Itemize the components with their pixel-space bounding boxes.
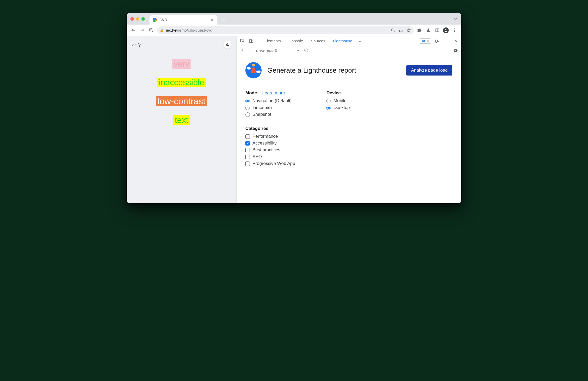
close-tab-icon[interactable]: ✕ xyxy=(210,18,214,22)
radio-icon xyxy=(326,99,331,103)
learn-more-link[interactable]: Learn more xyxy=(262,90,285,96)
lighthouse-panel: Generate a Lighthouse report Analyze pag… xyxy=(237,55,461,175)
radio-icon xyxy=(326,106,331,110)
profile-avatar[interactable] xyxy=(443,27,449,33)
svg-point-9 xyxy=(445,29,447,30)
demo-word: text xyxy=(173,115,190,125)
mode-column: Mode Learn more Navigation (Default) Tim… xyxy=(245,90,295,168)
lighthouse-subbar: ＋ (new report) ▾ xyxy=(237,46,461,55)
inspect-icon[interactable] xyxy=(239,37,246,45)
category-option[interactable]: Performance xyxy=(245,134,295,139)
site-name: jec.fyi xyxy=(131,43,141,47)
reload-icon[interactable] xyxy=(148,27,154,33)
lock-icon: 🔒 xyxy=(160,28,164,32)
category-option[interactable]: SEO xyxy=(245,154,295,159)
browser-menu-icon[interactable]: ⋮ xyxy=(451,28,458,33)
extensions-icon[interactable] xyxy=(416,28,423,33)
device-option[interactable]: Desktop xyxy=(326,105,350,110)
radio-icon xyxy=(245,112,250,117)
demo-word: inaccessible xyxy=(157,78,206,87)
svg-line-3 xyxy=(394,31,395,32)
devtools-menu-icon[interactable]: ⋮ xyxy=(442,37,450,45)
url-text: jec.fyi/demo/cds-quest-cvd xyxy=(166,28,212,32)
forward-icon[interactable] xyxy=(139,27,146,33)
star-icon[interactable] xyxy=(407,28,411,32)
category-option-label: Best practices xyxy=(252,147,280,153)
new-tab-button[interactable]: ＋ xyxy=(220,15,228,23)
mode-option[interactable]: Navigation (Default) xyxy=(245,98,295,103)
zoom-icon[interactable] xyxy=(391,28,395,32)
browser-tab[interactable]: CVD ✕ xyxy=(149,15,217,25)
lighthouse-settings-icon[interactable] xyxy=(452,47,459,54)
close-window-icon[interactable] xyxy=(130,17,134,21)
category-option-label: Accessibility xyxy=(252,141,277,146)
browser-window: CVD ✕ ＋ 🔒 jec.fyi/demo/cds-quest-cvd xyxy=(127,13,461,203)
category-option-label: SEO xyxy=(252,154,262,159)
url-path: /demo/cds-quest-cvd xyxy=(176,28,212,32)
device-column: Device Mobile Desktop xyxy=(326,90,350,168)
radio-icon xyxy=(245,99,250,103)
issues-button[interactable]: 4 xyxy=(420,38,431,44)
mode-option[interactable]: Timespan xyxy=(245,105,295,110)
clear-icon[interactable] xyxy=(304,48,308,53)
more-tabs-icon[interactable]: » xyxy=(357,39,362,43)
browser-toolbar: 🔒 jec.fyi/demo/cds-quest-cvd ⋮ xyxy=(127,25,461,36)
mode-option-label: Navigation (Default) xyxy=(252,98,292,103)
url-host: jec.fyi xyxy=(166,28,176,32)
close-devtools-icon[interactable]: ✕ xyxy=(452,37,459,45)
separator xyxy=(258,38,258,44)
demo-word: low-contrast xyxy=(156,96,207,106)
device-option-label: Mobile xyxy=(333,98,347,103)
issues-count: 4 xyxy=(427,39,429,43)
lighthouse-logo-icon xyxy=(245,62,262,78)
tab-title: CVD xyxy=(159,18,208,22)
minimize-window-icon[interactable] xyxy=(136,17,139,21)
lighthouse-title: Generate a Lighthouse report xyxy=(267,66,356,74)
checkbox-icon xyxy=(245,148,250,152)
svg-rect-7 xyxy=(436,29,439,32)
add-report-icon[interactable]: ＋ xyxy=(239,47,246,54)
report-dropdown-label: (new report) xyxy=(256,48,277,53)
settings-icon[interactable] xyxy=(433,37,440,45)
back-icon[interactable] xyxy=(130,27,137,33)
report-dropdown[interactable]: (new report) ▾ xyxy=(253,48,302,53)
window-controls xyxy=(130,17,145,21)
mode-option-label: Snapshot xyxy=(252,112,271,117)
tab-lighthouse[interactable]: Lighthouse xyxy=(330,36,355,46)
devtools-tabbar: Elements Console Sources Lighthouse » 4 … xyxy=(237,36,461,46)
chat-icon xyxy=(422,39,425,43)
mode-option[interactable]: Snapshot xyxy=(245,112,295,117)
lighthouse-options: Mode Learn more Navigation (Default) Tim… xyxy=(245,90,452,168)
demo-words: very inaccessible low-contrast text xyxy=(131,59,232,125)
categories-section: Categories Performance ✓Accessibility Be… xyxy=(245,126,295,166)
category-option[interactable]: ✓Accessibility xyxy=(245,141,295,146)
svg-rect-14 xyxy=(423,41,424,41)
categories-label: Categories xyxy=(245,126,268,131)
mode-option-label: Timespan xyxy=(252,105,272,110)
analyze-button[interactable]: Analyze page load xyxy=(406,65,452,76)
device-toolbar-icon[interactable] xyxy=(247,37,255,45)
favicon-icon xyxy=(153,18,157,22)
category-option-label: Performance xyxy=(252,134,278,139)
tab-elements[interactable]: Elements xyxy=(261,36,284,46)
address-bar[interactable]: 🔒 jec.fyi/demo/cds-quest-cvd xyxy=(157,26,414,34)
maximize-window-icon[interactable] xyxy=(141,17,145,21)
content-area: jec.fyi very inaccessible low-contrast t… xyxy=(127,36,461,203)
device-option[interactable]: Mobile xyxy=(326,98,350,103)
tab-console[interactable]: Console xyxy=(286,36,306,46)
lighthouse-header: Generate a Lighthouse report Analyze pag… xyxy=(245,62,452,78)
tab-sources[interactable]: Sources xyxy=(308,36,328,46)
tab-list-chevron-icon[interactable] xyxy=(453,17,458,21)
checkbox-icon xyxy=(245,161,250,166)
dark-mode-toggle[interactable] xyxy=(224,41,232,49)
category-option[interactable]: Progressive Web App xyxy=(245,161,295,166)
category-option[interactable]: Best practices xyxy=(245,147,295,153)
share-icon[interactable] xyxy=(399,28,403,32)
webpage-pane: jec.fyi very inaccessible low-contrast t… xyxy=(127,36,237,203)
devtools-pane: Elements Console Sources Lighthouse » 4 … xyxy=(237,36,461,203)
svg-marker-6 xyxy=(407,28,411,32)
side-panel-icon[interactable] xyxy=(434,28,440,32)
labs-icon[interactable] xyxy=(425,28,431,33)
radio-icon xyxy=(245,106,250,110)
checkbox-icon xyxy=(245,134,250,139)
